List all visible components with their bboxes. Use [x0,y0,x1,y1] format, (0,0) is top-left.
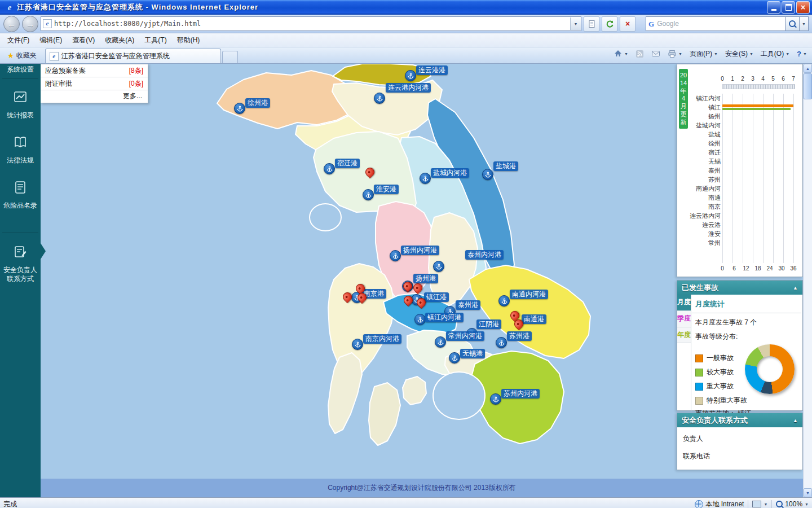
stats-row-plot [722,121,796,130]
top-axis-label: 6 [782,76,785,82]
port-label[interactable]: 连云港港 [416,65,448,75]
stats-row-南京: 南京 [677,202,798,211]
book-icon [13,135,28,150]
menu-item-编辑(E)[interactable]: 编辑(E) [34,34,67,47]
sidebar-item-system-settings[interactable]: 系统设置 [0,64,41,75]
map-area[interactable]: 连云港港连云港内河港徐州港宿迁港淮安港盐城内河港盐城港扬州内河港泰州内河港扬州港… [41,64,803,497]
port-label[interactable]: 苏州内河港 [501,389,540,398]
protected-mode-indicator[interactable]: ▼ [752,501,767,507]
scroll-thumb[interactable] [804,73,812,99]
port-label[interactable]: 盐城港 [493,161,518,171]
scroll-up-button[interactable]: ▲ [804,64,812,73]
anchor-icon [498,340,505,346]
port-label[interactable]: 扬州港 [413,274,438,283]
stats-row-镇江: 镇江 [677,103,798,112]
info-row-应急预案备案[interactable]: 应急预案备案[8条] [41,64,148,77]
stats-row-宿迁: 宿迁 [677,148,798,157]
compatibility-view-button[interactable] [584,16,599,32]
menu-item-查看(V)[interactable]: 查看(V) [67,34,100,47]
legend-item-较大事故: 较大事故 [695,365,747,379]
url-dropdown-button[interactable]: ▼ [570,17,581,30]
port-label[interactable]: 南京内河港 [363,334,401,344]
accident-tab-月度[interactable]: 月度 [677,295,691,311]
stats-row-label: 盐城内河 [677,121,722,130]
tab-active[interactable]: e 江苏省港口安全监管与应急管理系统 [45,49,221,63]
port-label[interactable]: 常州内河港 [446,331,484,341]
port-label[interactable]: 连云港内河港 [386,83,431,93]
port-label[interactable]: 盐城内河港 [431,168,469,178]
printer-icon [668,50,677,58]
refresh-button[interactable] [602,16,617,32]
page-menu-button[interactable]: 页面(P)▼ [687,48,721,60]
port-label[interactable]: 苏州港 [507,331,532,341]
port-label[interactable]: 泰州内河港 [465,250,504,260]
help-button[interactable]: ?▼ [794,49,810,59]
accident-tab-年度[interactable]: 年度 [677,327,691,344]
stats-row-label: 常州 [677,238,722,247]
minimize-button[interactable] [767,1,780,14]
forward-button[interactable]: → [22,16,38,32]
sidebar-item-法律法规[interactable]: 法律法规 [0,127,41,172]
bottom-axis-label: 6 [732,265,736,271]
vertical-scrollbar[interactable]: ▲ ▼ [803,64,812,497]
stop-button[interactable]: × [620,16,636,32]
scroll-down-button[interactable]: ▼ [804,488,812,497]
bar-chart-rows: 镇江内河镇江扬州盐城内河盐城徐州宿迁无锡泰州苏州南通内河南通南京连云港内河连云港… [677,94,798,247]
search-button[interactable] [785,16,800,31]
port-label[interactable]: 南通内河港 [510,290,548,299]
back-button[interactable]: ← [3,16,20,32]
info-row-附证审批[interactable]: 附证审批[0条] [41,77,148,90]
feeds-button[interactable] [633,49,647,59]
port-label[interactable]: 淮安港 [374,185,399,194]
status-bar: 完成 本地 Intranet ▼ 100% ▼ [0,497,812,508]
stats-row-plot [722,148,796,157]
menu-item-工具(T)[interactable]: 工具(T) [139,34,171,47]
sidebar-item-统计报表[interactable]: 统计报表 [0,82,41,127]
search-options-button[interactable]: ▼ [800,16,809,31]
home-button[interactable]: ▼ [611,48,631,59]
port-label[interactable]: 镇江港 [424,292,449,302]
port-label[interactable]: 扬州内河港 [401,246,439,255]
menu-item-收藏夹(A)[interactable]: 收藏夹(A) [100,34,139,47]
port-label[interactable]: 江阴港 [476,319,501,329]
accident-tab-季度[interactable]: 季度 [677,311,691,327]
collapse-icon[interactable]: ▲ [793,418,798,423]
stats-row-盐城: 盐城 [677,130,798,139]
anchor-badge [234,103,245,114]
favorites-button[interactable]: ★ 收藏夹 [2,49,42,62]
search-input[interactable]: G Google [646,16,785,31]
restore-button[interactable] [782,1,795,14]
bar-chart-tick-strip [722,84,795,89]
url-box[interactable]: e http://localhost:8080/yjpt/Main.html ▼ [41,16,581,31]
sidebar-item-安全负责人联系方式[interactable]: 安全负责人 联系方式 [0,237,41,291]
port-label[interactable]: 宿迁港 [335,159,360,168]
stats-row-plot [722,175,796,184]
port-label[interactable]: 南通港 [522,314,546,324]
anchor-badge [496,337,507,348]
port-label[interactable]: 泰州港 [456,300,480,310]
new-tab-button[interactable] [222,51,238,63]
zoom-control[interactable]: 100% ▼ [776,500,809,508]
print-button[interactable]: ▼ [665,49,685,59]
safety-menu-button[interactable]: 安全(S)▼ [722,48,756,60]
legend-item-特别重大事故: 特别重大事故 [695,393,747,408]
tools-menu-button[interactable]: 工具(O)▼ [758,48,792,60]
collapse-icon[interactable]: ▲ [793,285,798,291]
more-link[interactable]: 更多... [41,90,148,103]
port-label[interactable]: 镇江内河港 [425,313,464,322]
port-label[interactable]: 徐州港 [245,98,270,108]
sidebar: 系统设置 统计报表法律法规危险品名录安全负责人 联系方式 [0,64,41,497]
stats-row-扬州: 扬州 [677,112,798,121]
url-text[interactable]: http://localhost:8080/yjpt/Main.html [54,20,570,28]
monthly-summary: 本月度发生事故 7 个 [692,313,801,327]
menu-item-帮助(H)[interactable]: 帮助(H) [172,34,205,47]
close-button[interactable]: × [796,1,810,14]
bottom-axis-label: 12 [743,265,749,271]
contact-panel-header[interactable]: 安全负责人联系方式 ▲ [677,413,802,427]
accident-panel-header[interactable]: 已发生事故 ▲ [677,281,802,295]
sidebar-item-危险品名录[interactable]: 危险品名录 [0,172,41,217]
menu-item-文件(F)[interactable]: 文件(F) [2,34,34,47]
mail-button[interactable] [648,49,663,59]
zone-indicator: 本地 Intranet [695,500,744,508]
port-label[interactable]: 无锡港 [460,349,485,358]
